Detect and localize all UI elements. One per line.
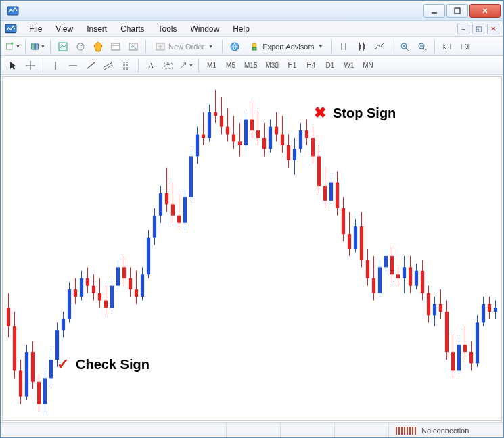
timeframe-h4[interactable]: H4 <box>302 59 320 72</box>
svg-point-15 <box>252 43 256 47</box>
menu-tools[interactable]: Tools <box>152 22 184 36</box>
arrows-button[interactable]: ▼ <box>178 58 194 73</box>
menu-bar: File View Insert Charts Tools Window Hel… <box>1 21 503 37</box>
meta-quotes-button[interactable] <box>227 39 243 54</box>
mdi-restore-button[interactable]: ◱ <box>472 24 484 34</box>
menu-window[interactable]: Window <box>184 22 227 36</box>
svg-rect-7 <box>59 43 67 51</box>
mdi-close-button[interactable]: ✕ <box>487 24 499 34</box>
connection-text: No connection <box>421 427 469 435</box>
strategy-tester-button[interactable] <box>125 39 141 54</box>
fibonacci-button[interactable] <box>118 58 134 73</box>
timeframe-mn[interactable]: MN <box>359 59 377 72</box>
vertical-line-button[interactable] <box>47 58 64 73</box>
svg-line-22 <box>406 48 409 51</box>
status-seg-1 <box>226 423 280 437</box>
text-label-button[interactable]: T <box>160 58 177 73</box>
timeframe-h1[interactable]: H1 <box>283 59 301 72</box>
svg-line-9 <box>81 44 83 47</box>
timeframe-w1[interactable]: W1 <box>340 59 358 72</box>
svg-rect-4 <box>7 43 12 49</box>
window-maximize-button[interactable] <box>446 4 468 18</box>
annotation-stop: ✖ Stop Sign <box>314 104 396 122</box>
annotation-check: ✓ Check Sign <box>57 356 150 373</box>
status-help <box>1 423 226 437</box>
window-close-button[interactable] <box>469 4 501 18</box>
svg-text:T: T <box>166 63 170 69</box>
data-window-button[interactable] <box>90 39 106 54</box>
line-chart-button[interactable] <box>371 39 388 54</box>
timeframe-m15[interactable]: M15 <box>241 59 260 72</box>
connection-bars-icon <box>396 427 416 435</box>
auto-scroll-button[interactable] <box>439 39 455 54</box>
menu-file[interactable]: File <box>22 22 49 36</box>
status-connection: No connection <box>388 423 503 437</box>
svg-rect-6 <box>35 43 38 49</box>
chart-panel[interactable]: ✖ Stop Sign ✓ Check Sign <box>2 76 502 421</box>
app-icon <box>6 4 20 18</box>
mdi-minimize-button[interactable]: – <box>457 24 469 34</box>
status-seg-3 <box>334 423 388 437</box>
svg-line-24 <box>423 48 426 51</box>
cross-icon: ✖ <box>314 104 326 122</box>
menu-view[interactable]: View <box>49 22 80 36</box>
text-tool-button[interactable]: A <box>143 58 159 73</box>
annotation-check-text: Check Sign <box>76 357 150 372</box>
cursor-button[interactable] <box>5 58 21 73</box>
timeframe-m1[interactable]: M1 <box>203 59 221 72</box>
status-bar: No connection <box>1 422 503 437</box>
bar-chart-button[interactable] <box>336 39 352 54</box>
check-icon: ✓ <box>57 356 69 373</box>
menu-help[interactable]: Help <box>226 22 256 36</box>
new-chart-button[interactable]: ▼ <box>5 39 21 54</box>
market-watch-button[interactable] <box>55 39 71 54</box>
svg-line-30 <box>104 62 112 67</box>
svg-rect-2 <box>455 8 460 14</box>
expert-advisors-button[interactable]: Expert Advisors▼ <box>244 39 327 54</box>
zoom-in-button[interactable] <box>396 39 413 54</box>
svg-rect-12 <box>129 43 137 50</box>
channel-button[interactable] <box>100 58 116 73</box>
new-order-label: New Order <box>168 43 204 51</box>
title-bar <box>1 1 503 21</box>
trendline-button[interactable] <box>83 58 99 73</box>
menu-insert[interactable]: Insert <box>80 22 114 36</box>
svg-rect-10 <box>112 43 120 50</box>
navigator-button[interactable] <box>72 39 89 54</box>
crosshair-button[interactable] <box>22 58 39 73</box>
candle-chart-button[interactable] <box>354 39 370 54</box>
timeframe-d1[interactable]: D1 <box>321 59 339 72</box>
toolbar-main: ▼ ▼ New Order▼ E <box>1 37 503 56</box>
toolbar-drawing: A T ▼ M1 M5 M15 M30 H1 H4 D1 W1 MN <box>1 56 503 75</box>
chart-shift-button[interactable] <box>457 39 473 54</box>
timeframe-m30[interactable]: M30 <box>262 59 281 72</box>
zoom-out-button[interactable] <box>414 39 430 54</box>
profiles-button[interactable]: ▼ <box>30 39 46 54</box>
terminal-button[interactable] <box>108 39 124 54</box>
svg-line-29 <box>87 62 95 69</box>
window-minimize-button[interactable] <box>423 4 445 18</box>
app-small-icon <box>5 23 17 35</box>
annotation-stop-text: Stop Sign <box>333 105 396 121</box>
expert-advisors-label: Expert Advisors <box>262 43 314 51</box>
new-order-button[interactable]: New Order▼ <box>150 39 218 54</box>
app-window: File View Insert Charts Tools Window Hel… <box>0 0 504 438</box>
svg-rect-16 <box>252 47 256 50</box>
horizontal-line-button[interactable] <box>65 58 81 73</box>
svg-line-31 <box>104 65 112 70</box>
status-seg-2 <box>280 423 334 437</box>
svg-rect-5 <box>32 43 35 49</box>
menu-charts[interactable]: Charts <box>114 22 151 36</box>
timeframe-m5[interactable]: M5 <box>222 59 239 72</box>
